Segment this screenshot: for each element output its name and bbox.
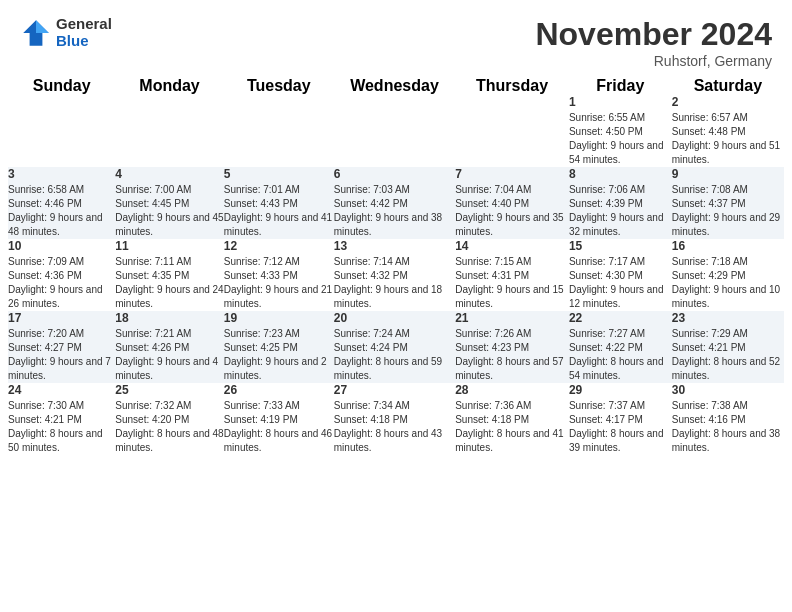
day-info: Sunrise: 7:18 AM Sunset: 4:29 PM Dayligh…: [672, 255, 784, 311]
day-number: 11: [115, 239, 224, 253]
week-row-5: 24Sunrise: 7:30 AM Sunset: 4:21 PM Dayli…: [8, 383, 784, 455]
day-cell: 24Sunrise: 7:30 AM Sunset: 4:21 PM Dayli…: [8, 383, 115, 455]
day-cell: 25Sunrise: 7:32 AM Sunset: 4:20 PM Dayli…: [115, 383, 224, 455]
day-number: 15: [569, 239, 672, 253]
day-info: Sunrise: 7:06 AM Sunset: 4:39 PM Dayligh…: [569, 183, 672, 239]
day-cell: 13Sunrise: 7:14 AM Sunset: 4:32 PM Dayli…: [334, 239, 455, 311]
day-info: Sunrise: 7:23 AM Sunset: 4:25 PM Dayligh…: [224, 327, 334, 383]
day-info: Sunrise: 7:09 AM Sunset: 4:36 PM Dayligh…: [8, 255, 115, 311]
header-wednesday: Wednesday: [334, 77, 455, 95]
header-tuesday: Tuesday: [224, 77, 334, 95]
day-info: Sunrise: 7:26 AM Sunset: 4:23 PM Dayligh…: [455, 327, 569, 383]
title-block: November 2024 Ruhstorf, Germany: [535, 16, 772, 69]
day-cell: [455, 95, 569, 167]
header-saturday: Saturday: [672, 77, 784, 95]
day-cell: 6Sunrise: 7:03 AM Sunset: 4:42 PM Daylig…: [334, 167, 455, 239]
day-cell: 15Sunrise: 7:17 AM Sunset: 4:30 PM Dayli…: [569, 239, 672, 311]
week-row-1: 1Sunrise: 6:55 AM Sunset: 4:50 PM Daylig…: [8, 95, 784, 167]
day-cell: 26Sunrise: 7:33 AM Sunset: 4:19 PM Dayli…: [224, 383, 334, 455]
svg-marker-1: [36, 20, 49, 33]
day-number: 30: [672, 383, 784, 397]
day-number: 7: [455, 167, 569, 181]
header-thursday: Thursday: [455, 77, 569, 95]
day-cell: 23Sunrise: 7:29 AM Sunset: 4:21 PM Dayli…: [672, 311, 784, 383]
day-number: 13: [334, 239, 455, 253]
day-cell: [115, 95, 224, 167]
logo-icon: [20, 17, 52, 49]
day-info: Sunrise: 7:34 AM Sunset: 4:18 PM Dayligh…: [334, 399, 455, 455]
day-cell: 11Sunrise: 7:11 AM Sunset: 4:35 PM Dayli…: [115, 239, 224, 311]
day-info: Sunrise: 7:24 AM Sunset: 4:24 PM Dayligh…: [334, 327, 455, 383]
day-number: 28: [455, 383, 569, 397]
day-info: Sunrise: 7:21 AM Sunset: 4:26 PM Dayligh…: [115, 327, 224, 383]
logo-general: General: [56, 16, 112, 33]
day-cell: 4Sunrise: 7:00 AM Sunset: 4:45 PM Daylig…: [115, 167, 224, 239]
day-number: 22: [569, 311, 672, 325]
day-info: Sunrise: 7:30 AM Sunset: 4:21 PM Dayligh…: [8, 399, 115, 455]
day-info: Sunrise: 7:17 AM Sunset: 4:30 PM Dayligh…: [569, 255, 672, 311]
day-number: 5: [224, 167, 334, 181]
day-info: Sunrise: 7:27 AM Sunset: 4:22 PM Dayligh…: [569, 327, 672, 383]
day-number: 10: [8, 239, 115, 253]
day-cell: 5Sunrise: 7:01 AM Sunset: 4:43 PM Daylig…: [224, 167, 334, 239]
day-number: 25: [115, 383, 224, 397]
day-info: Sunrise: 6:58 AM Sunset: 4:46 PM Dayligh…: [8, 183, 115, 239]
header-row: Sunday Monday Tuesday Wednesday Thursday…: [8, 77, 784, 95]
day-cell: 29Sunrise: 7:37 AM Sunset: 4:17 PM Dayli…: [569, 383, 672, 455]
day-cell: 10Sunrise: 7:09 AM Sunset: 4:36 PM Dayli…: [8, 239, 115, 311]
day-info: Sunrise: 7:38 AM Sunset: 4:16 PM Dayligh…: [672, 399, 784, 455]
day-number: 27: [334, 383, 455, 397]
day-number: 16: [672, 239, 784, 253]
day-info: Sunrise: 7:37 AM Sunset: 4:17 PM Dayligh…: [569, 399, 672, 455]
day-info: Sunrise: 7:04 AM Sunset: 4:40 PM Dayligh…: [455, 183, 569, 239]
day-number: 3: [8, 167, 115, 181]
day-info: Sunrise: 7:32 AM Sunset: 4:20 PM Dayligh…: [115, 399, 224, 455]
day-cell: 7Sunrise: 7:04 AM Sunset: 4:40 PM Daylig…: [455, 167, 569, 239]
day-cell: 8Sunrise: 7:06 AM Sunset: 4:39 PM Daylig…: [569, 167, 672, 239]
logo-text: General Blue: [56, 16, 112, 49]
day-info: Sunrise: 7:08 AM Sunset: 4:37 PM Dayligh…: [672, 183, 784, 239]
day-number: 14: [455, 239, 569, 253]
day-cell: 12Sunrise: 7:12 AM Sunset: 4:33 PM Dayli…: [224, 239, 334, 311]
day-number: 19: [224, 311, 334, 325]
day-cell: 9Sunrise: 7:08 AM Sunset: 4:37 PM Daylig…: [672, 167, 784, 239]
day-cell: 22Sunrise: 7:27 AM Sunset: 4:22 PM Dayli…: [569, 311, 672, 383]
day-number: 21: [455, 311, 569, 325]
logo: General Blue: [20, 16, 112, 49]
day-number: 1: [569, 95, 672, 109]
day-info: Sunrise: 7:15 AM Sunset: 4:31 PM Dayligh…: [455, 255, 569, 311]
page-header: General Blue November 2024 Ruhstorf, Ger…: [0, 0, 792, 77]
calendar-wrapper: Sunday Monday Tuesday Wednesday Thursday…: [0, 77, 792, 463]
week-row-2: 3Sunrise: 6:58 AM Sunset: 4:46 PM Daylig…: [8, 167, 784, 239]
day-info: Sunrise: 7:20 AM Sunset: 4:27 PM Dayligh…: [8, 327, 115, 383]
day-number: 24: [8, 383, 115, 397]
day-number: 2: [672, 95, 784, 109]
day-info: Sunrise: 7:12 AM Sunset: 4:33 PM Dayligh…: [224, 255, 334, 311]
day-info: Sunrise: 7:33 AM Sunset: 4:19 PM Dayligh…: [224, 399, 334, 455]
day-number: 4: [115, 167, 224, 181]
day-number: 12: [224, 239, 334, 253]
day-number: 9: [672, 167, 784, 181]
day-cell: [334, 95, 455, 167]
day-info: Sunrise: 6:57 AM Sunset: 4:48 PM Dayligh…: [672, 111, 784, 167]
day-info: Sunrise: 7:01 AM Sunset: 4:43 PM Dayligh…: [224, 183, 334, 239]
day-cell: 19Sunrise: 7:23 AM Sunset: 4:25 PM Dayli…: [224, 311, 334, 383]
day-number: 8: [569, 167, 672, 181]
day-number: 20: [334, 311, 455, 325]
day-info: Sunrise: 7:14 AM Sunset: 4:32 PM Dayligh…: [334, 255, 455, 311]
day-info: Sunrise: 7:29 AM Sunset: 4:21 PM Dayligh…: [672, 327, 784, 383]
day-info: Sunrise: 7:03 AM Sunset: 4:42 PM Dayligh…: [334, 183, 455, 239]
logo-blue: Blue: [56, 33, 112, 50]
day-cell: 1Sunrise: 6:55 AM Sunset: 4:50 PM Daylig…: [569, 95, 672, 167]
week-row-3: 10Sunrise: 7:09 AM Sunset: 4:36 PM Dayli…: [8, 239, 784, 311]
calendar-body: 1Sunrise: 6:55 AM Sunset: 4:50 PM Daylig…: [8, 95, 784, 455]
day-cell: 18Sunrise: 7:21 AM Sunset: 4:26 PM Dayli…: [115, 311, 224, 383]
day-cell: 28Sunrise: 7:36 AM Sunset: 4:18 PM Dayli…: [455, 383, 569, 455]
day-cell: 17Sunrise: 7:20 AM Sunset: 4:27 PM Dayli…: [8, 311, 115, 383]
day-number: 6: [334, 167, 455, 181]
day-info: Sunrise: 7:36 AM Sunset: 4:18 PM Dayligh…: [455, 399, 569, 455]
day-number: 26: [224, 383, 334, 397]
day-cell: 30Sunrise: 7:38 AM Sunset: 4:16 PM Dayli…: [672, 383, 784, 455]
day-info: Sunrise: 7:11 AM Sunset: 4:35 PM Dayligh…: [115, 255, 224, 311]
location: Ruhstorf, Germany: [535, 53, 772, 69]
